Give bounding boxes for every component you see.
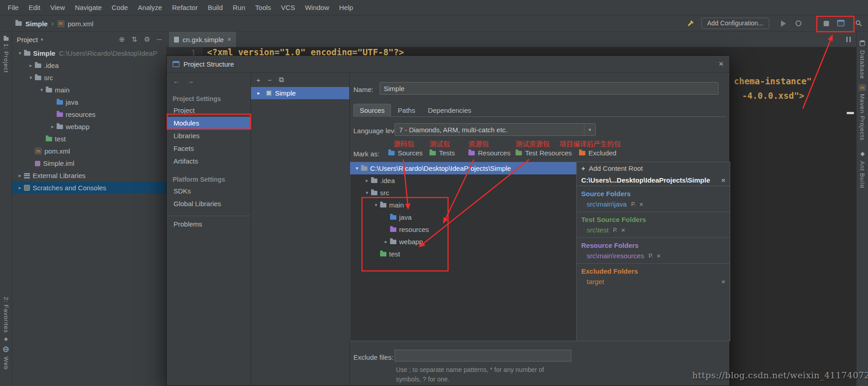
chevron-expanded-icon[interactable]: ▾: [27, 75, 35, 81]
chevron-expanded-icon[interactable]: ▾: [363, 190, 371, 196]
test-source-folder-entry[interactable]: src\test P. ×: [577, 225, 730, 235]
chevron-collapsed-icon[interactable]: ▸: [382, 239, 390, 245]
tree-item-resources[interactable]: resources: [350, 223, 576, 236]
chevron-collapsed-icon[interactable]: ▸: [48, 124, 57, 130]
chevron-expanded-icon[interactable]: ▾: [38, 87, 46, 93]
menu-item-run[interactable]: Run: [228, 4, 251, 11]
chevron-expanded-icon[interactable]: ▾: [372, 202, 380, 208]
nav-item-problems[interactable]: Problems: [167, 218, 251, 231]
tree-item-pom[interactable]: m pom.xml: [12, 145, 166, 157]
menu-item-edit[interactable]: Edit: [24, 4, 45, 11]
menu-item-vcs[interactable]: VCS: [276, 4, 300, 11]
nav-item-libraries[interactable]: Libraries: [167, 130, 251, 142]
chevron-down-icon[interactable]: ▾: [584, 124, 595, 135]
tree-item-idea[interactable]: ▸ .idea: [350, 174, 576, 187]
excluded-folder-entry[interactable]: target ×: [577, 276, 730, 287]
menu-item-refactor[interactable]: Refactor: [167, 4, 203, 11]
language-level-select[interactable]: 7 - Diamonds, ARM, multi-catch etc. ▾: [395, 123, 596, 136]
tree-item-resources[interactable]: resources: [12, 108, 166, 121]
hide-panel-icon[interactable]: ─: [157, 35, 162, 43]
module-name-input[interactable]: [380, 82, 719, 95]
tool-button-maven[interactable]: m Maven Projects: [857, 84, 868, 141]
mark-as-test-resources[interactable]: Test Resources: [516, 149, 572, 157]
tab-sources[interactable]: Sources: [353, 104, 391, 117]
tool-button-ant[interactable]: Ant Build: [857, 150, 868, 188]
chevron-expanded-icon[interactable]: ▾: [16, 50, 24, 56]
editor-tab[interactable]: cn.gxk.simple ×: [169, 32, 236, 47]
chevron-collapsed-icon[interactable]: ▸: [363, 178, 371, 183]
chevron-collapsed-icon[interactable]: ▸: [16, 185, 24, 191]
tree-item-webapp[interactable]: ▸ webapp: [350, 236, 576, 248]
close-icon[interactable]: ×: [227, 36, 231, 43]
tree-item-test[interactable]: test: [350, 248, 576, 260]
tree-item-java[interactable]: java: [12, 96, 166, 108]
locate-icon[interactable]: ⊕: [119, 35, 125, 43]
close-icon[interactable]: ×: [719, 59, 723, 69]
chevron-collapsed-icon[interactable]: ▸: [16, 173, 24, 179]
tab-dependencies[interactable]: Dependencies: [422, 104, 477, 116]
tree-item-main[interactable]: ▾ main: [12, 84, 166, 96]
tab-paths[interactable]: Paths: [392, 104, 421, 116]
add-content-root-button[interactable]: + Add Content Root: [577, 162, 730, 174]
tree-item-project-root[interactable]: ▾ Simple C:\Users\Ricardo\Desktop\IdeaP: [12, 47, 166, 59]
nav-item-sdks[interactable]: SDKs: [167, 185, 251, 198]
tree-item-iml[interactable]: Simple.iml: [12, 157, 166, 169]
coverage-icon[interactable]: [796, 20, 801, 26]
project-structure-icon[interactable]: [837, 20, 844, 26]
tree-item-external-libraries[interactable]: ▸ External Libraries: [12, 169, 166, 182]
add-configuration-button[interactable]: Add Configuration...: [701, 18, 769, 29]
remove-folder-icon[interactable]: ×: [721, 278, 725, 285]
mark-as-sources[interactable]: Sources: [388, 149, 423, 157]
close-icon[interactable]: ×: [721, 176, 725, 184]
package-prefix-icon[interactable]: P.: [631, 201, 636, 207]
remove-icon[interactable]: −: [268, 76, 272, 84]
remove-folder-icon[interactable]: ×: [621, 226, 625, 234]
exclude-files-input[interactable]: [395, 350, 571, 362]
tree-item-src[interactable]: ▾ src: [350, 187, 576, 199]
content-root-path-header[interactable]: C:\Users\...Desktop\IdeaProjects\Simple …: [577, 174, 730, 186]
chevron-down-icon[interactable]: ▾: [41, 37, 43, 43]
package-prefix-icon[interactable]: P.: [613, 227, 617, 233]
chevron-collapsed-icon[interactable]: ▸: [27, 63, 35, 68]
project-panel-title[interactable]: Project: [17, 36, 38, 43]
menu-item-file[interactable]: File: [3, 4, 24, 11]
back-icon[interactable]: ←: [173, 77, 180, 85]
menu-item-window[interactable]: Window: [300, 4, 334, 11]
editor-split-icon[interactable]: [846, 37, 851, 42]
search-icon[interactable]: [855, 20, 862, 28]
remove-folder-icon[interactable]: ×: [657, 252, 661, 260]
run-icon[interactable]: [781, 20, 786, 27]
nav-item-facets[interactable]: Facets: [167, 142, 251, 155]
gear-icon[interactable]: ⚙: [144, 35, 150, 43]
breadcrumb-file[interactable]: pom.xml: [68, 20, 94, 28]
resource-folder-entry[interactable]: src\main\resources P. ×: [577, 251, 730, 261]
nav-item-modules[interactable]: Modules: [167, 117, 251, 130]
tree-item-test[interactable]: test: [12, 133, 166, 145]
tool-button-database[interactable]: Database: [857, 40, 868, 79]
scrollbar-mark[interactable]: [847, 112, 854, 114]
menu-item-tools[interactable]: Tools: [250, 4, 276, 11]
add-icon[interactable]: +: [256, 76, 260, 84]
chevron-collapsed-icon[interactable]: ▸: [255, 90, 263, 96]
menu-item-analyze[interactable]: Analyze: [133, 4, 167, 11]
tool-button-web[interactable]: Web: [0, 346, 12, 370]
forward-icon[interactable]: →: [187, 77, 194, 85]
nav-item-artifacts[interactable]: Artifacts: [167, 155, 251, 168]
menu-item-view[interactable]: View: [45, 4, 70, 11]
chevron-expanded-icon[interactable]: ▾: [353, 165, 361, 171]
menu-item-build[interactable]: Build: [203, 4, 227, 11]
tree-item-src[interactable]: ▾ src: [12, 72, 166, 84]
mark-as-resources[interactable]: Resources: [468, 149, 511, 157]
tree-item-main[interactable]: ▾ main: [350, 199, 576, 211]
package-prefix-icon[interactable]: P.: [649, 253, 653, 259]
module-list-item[interactable]: ▸ Simple: [251, 87, 349, 99]
tree-item-webapp[interactable]: ▸ webapp: [12, 121, 166, 133]
breadcrumb-project[interactable]: Simple: [25, 20, 48, 28]
menu-item-code[interactable]: Code: [106, 4, 133, 11]
build-hammer-icon[interactable]: [687, 19, 694, 29]
mark-as-tests[interactable]: Tests: [429, 149, 455, 157]
menu-item-help[interactable]: Help: [334, 4, 358, 11]
tree-item-java[interactable]: java: [350, 211, 576, 223]
menu-item-navigate[interactable]: Navigate: [70, 4, 106, 11]
tool-button-favorites[interactable]: 2: Favorites ★: [0, 297, 12, 343]
